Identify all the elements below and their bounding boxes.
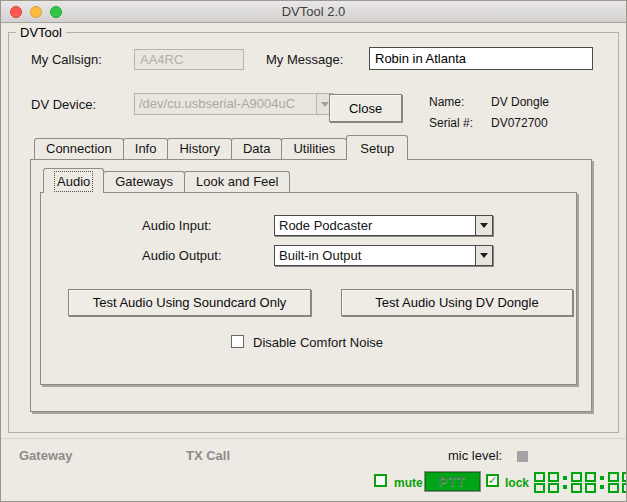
audio-input-label: Audio Input: xyxy=(142,218,211,233)
device-combobox: /dev/cu.usbserial-A9004uC xyxy=(134,93,334,115)
device-combobox-value: /dev/cu.usbserial-A9004uC xyxy=(135,94,316,114)
timer-display xyxy=(534,472,627,493)
callsign-label: My Callsign: xyxy=(31,52,102,67)
message-field[interactable] xyxy=(369,47,593,70)
tx-call-status-label: TX Call xyxy=(186,448,230,463)
timer-colon xyxy=(563,472,567,493)
close-button[interactable]: Close xyxy=(329,94,402,122)
timer-digit xyxy=(608,472,619,493)
audio-input-combobox[interactable]: Rode Podcaster xyxy=(274,215,493,236)
timer-colon xyxy=(600,472,604,493)
mic-level-indicator xyxy=(517,451,528,462)
status-divider xyxy=(1,438,626,439)
chevron-down-icon xyxy=(321,102,329,107)
audio-output-combobox[interactable]: Built-in Output xyxy=(274,245,493,266)
tab-utilities[interactable]: Utilities xyxy=(281,138,347,159)
mute-label: mute xyxy=(394,476,423,490)
device-label: DV Device: xyxy=(31,97,96,112)
chevron-down-icon xyxy=(480,253,488,258)
test-audio-soundcard-button[interactable]: Test Audio Using Soundcard Only xyxy=(68,289,311,316)
main-tabstrip: Connection Info History Data Utilities S… xyxy=(34,134,408,160)
tab-audio-label: Audio xyxy=(57,174,90,189)
timer-digit xyxy=(571,472,582,493)
mute-checkbox[interactable] xyxy=(374,474,387,487)
timer-digit xyxy=(548,472,559,493)
audio-output-label: Audio Output: xyxy=(142,248,222,263)
setup-tabstrip: Audio Gateways Look and Feel xyxy=(43,169,290,193)
titlebar: DVTool 2.0 xyxy=(1,1,626,23)
disable-comfort-noise-label: Disable Comfort Noise xyxy=(253,335,383,350)
device-name-label: Name: xyxy=(429,95,464,109)
window-title: DVTool 2.0 xyxy=(1,1,626,23)
message-label: My Message: xyxy=(266,52,343,67)
timer-digit xyxy=(622,472,627,493)
tab-history[interactable]: History xyxy=(167,138,231,159)
audio-output-value: Built-in Output xyxy=(275,246,475,265)
tab-audio[interactable]: Audio xyxy=(43,168,104,193)
device-serial-label: Serial #: xyxy=(429,116,473,130)
tab-info[interactable]: Info xyxy=(123,138,169,159)
tab-connection[interactable]: Connection xyxy=(34,138,124,159)
test-audio-dv-dongle-button[interactable]: Test Audio Using DV Dongle xyxy=(341,289,573,316)
ptt-button[interactable]: PTT xyxy=(424,471,481,492)
tab-setup[interactable]: Setup xyxy=(346,135,408,160)
gateway-status-label: Gateway xyxy=(19,448,72,463)
timer-digit xyxy=(585,472,596,493)
audio-input-arrow[interactable] xyxy=(475,216,492,235)
lock-checkbox[interactable]: ✓ xyxy=(486,474,499,487)
device-name-value: DV Dongle xyxy=(491,95,549,109)
tab-look-and-feel[interactable]: Look and Feel xyxy=(184,171,290,192)
audio-input-value: Rode Podcaster xyxy=(275,216,475,235)
chevron-down-icon xyxy=(480,223,488,228)
device-serial-value: DV072700 xyxy=(491,116,548,130)
callsign-field xyxy=(134,49,244,70)
mic-level-label: mic level: xyxy=(448,448,502,463)
audio-output-arrow[interactable] xyxy=(475,246,492,265)
tab-data[interactable]: Data xyxy=(231,138,282,159)
timer-digit xyxy=(534,472,545,493)
tab-gateways[interactable]: Gateways xyxy=(103,171,185,192)
groupbox-label: DVTool xyxy=(16,25,66,40)
lock-label: lock xyxy=(505,476,529,490)
dvtool-window: DVTool 2.0 DVTool My Callsign: My Messag… xyxy=(0,0,627,502)
disable-comfort-noise-checkbox[interactable] xyxy=(231,335,244,348)
